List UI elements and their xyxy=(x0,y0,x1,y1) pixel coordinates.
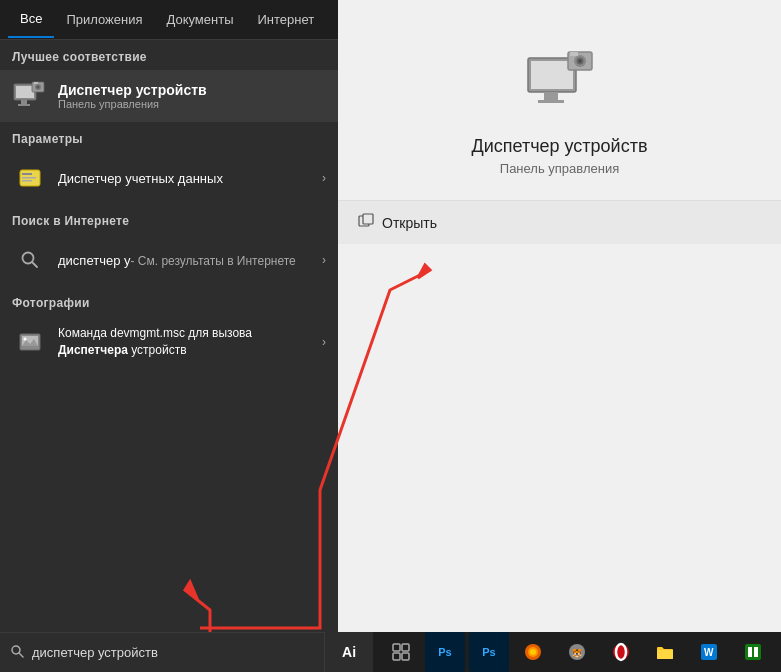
task-view-icon[interactable] xyxy=(381,632,421,672)
web-search-text: диспетчер у- См. результаты в Интернете xyxy=(58,253,312,268)
file-explorer-icon[interactable] xyxy=(645,632,685,672)
open-icon xyxy=(358,213,374,232)
svg-line-30 xyxy=(19,653,23,657)
web-search-header: Поиск в Интернете xyxy=(0,204,338,234)
svg-point-6 xyxy=(37,86,40,89)
svg-point-37 xyxy=(530,649,536,655)
svg-rect-46 xyxy=(748,647,752,657)
svg-rect-26 xyxy=(570,52,578,56)
photos-header: Фотографии xyxy=(0,286,338,316)
svg-rect-9 xyxy=(22,173,32,175)
svg-rect-31 xyxy=(393,644,400,651)
credentials-icon xyxy=(12,160,48,196)
web-search-item[interactable]: диспетчер у- См. результаты в Интернете … xyxy=(0,234,338,286)
svg-rect-32 xyxy=(402,644,409,651)
open-button[interactable]: Открыть xyxy=(338,201,781,244)
svg-text:🐯: 🐯 xyxy=(572,648,582,658)
app-icon-3[interactable] xyxy=(733,632,773,672)
svg-rect-34 xyxy=(402,653,409,660)
best-match-header: Лучшее соответствие xyxy=(0,40,338,70)
settings-item-credentials[interactable]: Диспетчер учетных данных › xyxy=(0,152,338,204)
settings-header: Параметры xyxy=(0,122,338,152)
firefox-icon[interactable] xyxy=(513,632,553,672)
taskbar: диспетчер устройств Ai Ps Ps xyxy=(0,632,781,672)
svg-rect-21 xyxy=(538,100,564,103)
chevron-right-icon: › xyxy=(322,171,326,185)
svg-point-25 xyxy=(578,60,581,63)
svg-rect-1 xyxy=(16,86,34,98)
svg-rect-47 xyxy=(754,647,758,657)
photo-icon xyxy=(12,324,48,360)
taskbar-search-icon xyxy=(10,644,24,661)
nav-tabs: Все Приложения Документы Интернет Другие… xyxy=(0,0,338,40)
photoshop-cc-icon[interactable]: Ps xyxy=(469,632,509,672)
best-match-item[interactable]: Диспетчер устройств Панель управления xyxy=(0,70,338,122)
app-title-large: Диспетчер устройств xyxy=(472,136,648,157)
search-web-icon xyxy=(12,242,48,278)
tab-docs[interactable]: Документы xyxy=(154,2,245,37)
svg-rect-33 xyxy=(393,653,400,660)
taskbar-app-icons: Ps Ps 🐯 xyxy=(373,632,781,672)
svg-rect-20 xyxy=(544,92,558,100)
svg-rect-7 xyxy=(34,82,38,84)
taskbar-search-area: диспетчер устройств xyxy=(0,632,324,672)
best-match-text: Диспетчер устройств Панель управления xyxy=(58,82,207,110)
svg-rect-45 xyxy=(745,644,761,660)
credentials-text: Диспетчер учетных данных xyxy=(58,171,312,186)
svg-line-13 xyxy=(32,262,37,267)
photos-text: Команда devmgmt.msc для вызова Диспетчер… xyxy=(58,325,312,359)
tab-web[interactable]: Интернет xyxy=(245,2,326,37)
photoshop-cs-icon[interactable]: Ps xyxy=(425,632,465,672)
svg-rect-11 xyxy=(22,180,32,182)
opera-icon[interactable] xyxy=(601,632,641,672)
tab-all[interactable]: Все xyxy=(8,1,54,38)
ai-label: Ai xyxy=(342,644,356,660)
tab-apps[interactable]: Приложения xyxy=(54,2,154,37)
app-subtitle: Панель управления xyxy=(500,161,619,176)
svg-rect-19 xyxy=(531,61,573,89)
search-panel: Все Приложения Документы Интернет Другие… xyxy=(0,0,338,640)
chevron-right-icon-3: › xyxy=(322,335,326,349)
photos-item[interactable]: Команда devmgmt.msc для вызова Диспетчер… xyxy=(0,316,338,368)
ai-button[interactable]: Ai xyxy=(324,632,373,672)
chevron-right-icon-2: › xyxy=(322,253,326,267)
device-manager-icon xyxy=(12,78,48,114)
app-icon-1[interactable]: 🐯 xyxy=(557,632,597,672)
right-panel: Диспетчер устройств Панель управления От… xyxy=(338,0,781,640)
svg-rect-10 xyxy=(22,177,36,179)
svg-text:W: W xyxy=(704,647,714,658)
app-icon-large xyxy=(520,40,600,120)
app-icon-2[interactable]: W xyxy=(689,632,729,672)
svg-point-17 xyxy=(24,338,27,341)
svg-rect-2 xyxy=(21,100,27,104)
svg-rect-42 xyxy=(657,650,673,659)
svg-rect-3 xyxy=(18,104,30,106)
svg-rect-28 xyxy=(363,214,373,224)
taskbar-search-text[interactable]: диспетчер устройств xyxy=(32,645,158,660)
